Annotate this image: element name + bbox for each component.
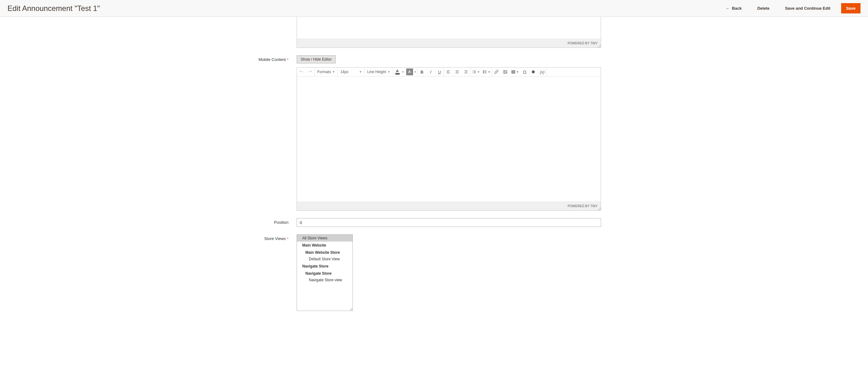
mobile-content-label: Mobile Content bbox=[12, 55, 297, 62]
prev-editor-powered-by: POWERED BY TINY bbox=[568, 41, 598, 45]
prev-editor-label-spacer bbox=[12, 17, 297, 19]
toolbar-align-group bbox=[444, 67, 470, 76]
svg-point-17 bbox=[483, 72, 484, 72]
save-button-label: Save bbox=[846, 6, 856, 10]
variable-button[interactable]: {x} bbox=[538, 67, 547, 76]
page-header: Edit Announcement "Test 1" ← Back Delete… bbox=[0, 0, 868, 17]
caret-down-icon: ▼ bbox=[516, 71, 519, 74]
back-button[interactable]: ← Back bbox=[721, 3, 747, 14]
image-icon bbox=[503, 70, 507, 74]
italic-button[interactable]: I bbox=[426, 67, 435, 76]
lineheight-select[interactable]: Line Height ▼ bbox=[365, 67, 393, 76]
prev-editor-footer: POWERED BY TINY bbox=[297, 39, 601, 48]
caret-down-icon: ▼ bbox=[488, 71, 490, 74]
delete-button-label: Delete bbox=[757, 6, 769, 10]
resize-handle-icon[interactable] bbox=[597, 44, 600, 47]
prev-editor-row: POWERED BY TINY bbox=[12, 17, 737, 48]
align-center-icon bbox=[455, 70, 459, 74]
underline-button[interactable]: U bbox=[435, 67, 444, 76]
delete-button[interactable]: Delete bbox=[752, 3, 774, 13]
mobile-content-row: Mobile Content Show / Hide Editor bbox=[12, 55, 737, 211]
caret-down-icon: ▼ bbox=[388, 70, 390, 74]
store-views-control: All Store ViewsMain WebsiteMain Website … bbox=[297, 234, 601, 311]
mobile-editor-wrap: Formats ▼ 14px ▼ Line Height ▼ bbox=[297, 67, 601, 211]
back-button-label: Back bbox=[732, 6, 742, 10]
page-title: Edit Announcement "Test 1" bbox=[7, 4, 100, 13]
store-view-option[interactable]: Default Store View bbox=[297, 256, 352, 262]
store-views-select[interactable]: All Store ViewsMain WebsiteMain Website … bbox=[297, 234, 353, 311]
variable-icon: {x} bbox=[540, 70, 545, 74]
bg-color-icon: A bbox=[408, 70, 411, 74]
bold-button[interactable]: B bbox=[417, 67, 426, 76]
position-row: Position bbox=[12, 218, 737, 227]
content-area: POWERED BY TINY Mobile Content Show / Hi… bbox=[0, 0, 868, 324]
header-actions: ← Back Delete Save and Continue Edit Sav… bbox=[721, 3, 861, 14]
mobile-editor-footer: POWERED BY TINY bbox=[297, 201, 601, 210]
svg-point-22 bbox=[504, 71, 505, 72]
svg-point-19 bbox=[483, 73, 484, 74]
store-views-label: Store Views bbox=[12, 234, 297, 241]
caret-down-icon: ▼ bbox=[359, 70, 362, 74]
redo-icon bbox=[308, 70, 312, 74]
caret-down-icon: ▼ bbox=[414, 71, 416, 74]
align-right-button[interactable] bbox=[462, 67, 470, 76]
toolbar-style-group: B I U bbox=[417, 67, 444, 76]
align-center-button[interactable] bbox=[453, 67, 462, 76]
svg-point-15 bbox=[483, 71, 484, 71]
prev-editor-wrap: POWERED BY TINY bbox=[297, 17, 601, 48]
text-color-icon: A bbox=[396, 69, 399, 73]
save-button[interactable]: Save bbox=[841, 3, 861, 13]
store-view-option[interactable]: Navigate Store bbox=[297, 270, 352, 277]
special-char-button[interactable]: Ω bbox=[520, 67, 529, 76]
prev-editor-body[interactable] bbox=[297, 17, 601, 39]
formats-select[interactable]: Formats ▼ bbox=[315, 67, 338, 76]
svg-point-28 bbox=[532, 70, 535, 73]
save-continue-button[interactable]: Save and Continue Edit bbox=[780, 3, 835, 13]
numbered-list-icon: 123 bbox=[472, 70, 476, 74]
store-view-option[interactable]: Navigate Store bbox=[297, 262, 352, 270]
show-hide-editor-button[interactable]: Show / Hide Editor bbox=[297, 55, 336, 63]
position-label: Position bbox=[12, 218, 297, 225]
italic-icon: I bbox=[430, 69, 431, 74]
table-button[interactable]: ▼ bbox=[509, 67, 520, 76]
image-button[interactable] bbox=[501, 67, 509, 76]
redo-button[interactable] bbox=[306, 67, 314, 76]
toolbar-color-group: A ▼ A ▼ bbox=[393, 67, 418, 76]
fontsize-select-label: 14px bbox=[340, 70, 348, 74]
bullet-list-icon bbox=[483, 70, 487, 74]
svg-text:3: 3 bbox=[473, 72, 474, 74]
store-view-option[interactable]: Main Website bbox=[297, 242, 352, 249]
undo-button[interactable] bbox=[297, 67, 306, 76]
save-continue-button-label: Save and Continue Edit bbox=[785, 6, 830, 10]
editor-toolbar: Formats ▼ 14px ▼ Line Height ▼ bbox=[297, 67, 601, 77]
link-button[interactable] bbox=[492, 67, 501, 76]
align-left-button[interactable] bbox=[444, 67, 453, 76]
caret-down-icon: ▼ bbox=[477, 71, 479, 74]
store-view-option[interactable]: Main Website Store bbox=[297, 249, 352, 256]
caret-down-icon: ▼ bbox=[402, 71, 404, 74]
omega-icon: Ω bbox=[523, 69, 526, 75]
svg-rect-21 bbox=[504, 70, 507, 73]
toolbar-fontsize-group: 14px ▼ bbox=[338, 67, 365, 76]
position-control bbox=[297, 218, 601, 227]
prev-editor-control: POWERED BY TINY bbox=[297, 17, 601, 48]
toolbar-history-group bbox=[297, 67, 315, 76]
text-color-button[interactable]: A ▼ bbox=[393, 68, 405, 75]
align-right-icon bbox=[464, 70, 468, 74]
store-view-option[interactable]: All Store Views bbox=[297, 235, 352, 242]
position-input[interactable] bbox=[297, 218, 601, 227]
fontsize-select[interactable]: 14px ▼ bbox=[338, 67, 364, 76]
arrow-left-icon: ← bbox=[725, 6, 730, 11]
align-left-icon bbox=[446, 70, 451, 74]
store-view-option[interactable]: Navigate Store view bbox=[297, 277, 352, 283]
resize-handle-icon[interactable] bbox=[597, 207, 600, 210]
widget-button[interactable] bbox=[529, 67, 538, 76]
bg-color-button[interactable]: A ▼ bbox=[405, 68, 417, 75]
numbered-list-button[interactable]: 123 ▼ bbox=[470, 67, 481, 76]
mobile-editor-body[interactable] bbox=[297, 77, 601, 201]
caret-down-icon: ▼ bbox=[332, 70, 335, 74]
formats-select-label: Formats bbox=[317, 70, 331, 74]
undo-icon bbox=[299, 70, 304, 74]
toolbar-formats-group: Formats ▼ bbox=[315, 67, 338, 76]
bullet-list-button[interactable]: ▼ bbox=[481, 67, 492, 76]
